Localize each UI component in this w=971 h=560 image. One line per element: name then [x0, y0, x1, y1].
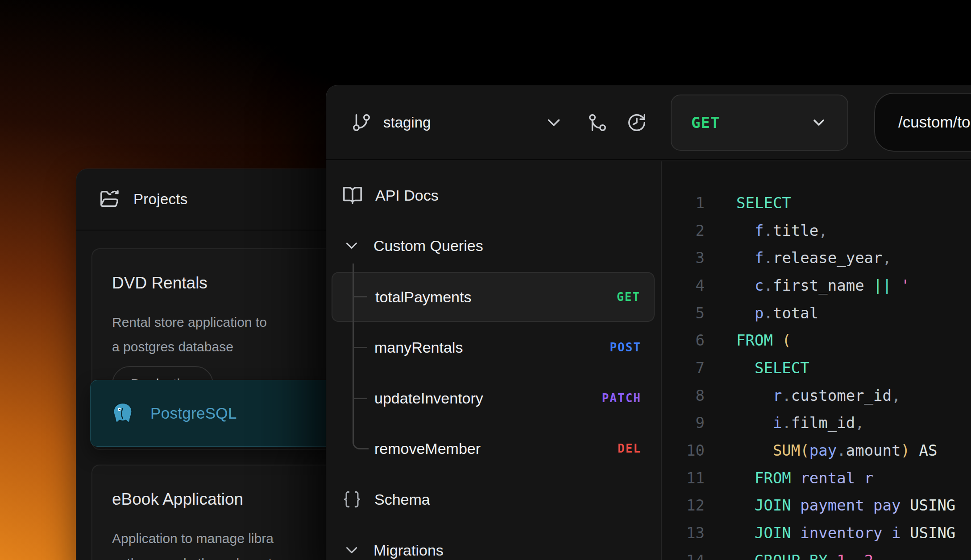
line-number: 6	[662, 331, 705, 349]
code-line[interactable]: 10 SUM(pay.amount) AS	[662, 436, 971, 464]
url-value: /custom/to	[898, 113, 970, 131]
code-line[interactable]: 8 r.customer_id,	[662, 382, 971, 409]
line-number: 9	[662, 414, 705, 432]
url-input[interactable]: /custom/to	[874, 93, 971, 152]
line-number: 10	[662, 441, 705, 459]
method-select[interactable]: GET	[671, 95, 848, 151]
line-number: 1	[662, 194, 705, 212]
method-badge: PATCH	[602, 391, 641, 405]
code-text: r.customer_id,	[705, 387, 901, 404]
chevron-down-icon[interactable]	[544, 112, 564, 133]
code-text: SELECT	[705, 194, 791, 212]
line-number: 2	[662, 222, 705, 239]
sidebar-item-api-docs[interactable]: API Docs	[326, 173, 660, 218]
chevron-down-icon	[342, 541, 361, 560]
line-number: 12	[662, 496, 705, 514]
line-number: 13	[662, 524, 705, 542]
branch-selector[interactable]: staging	[351, 85, 431, 160]
tree-connector-elbow	[353, 429, 369, 449]
postgresql-elephant-icon	[110, 401, 135, 426]
sidebar-item-custom-queries[interactable]: Custom Queries	[326, 223, 660, 268]
code-line[interactable]: 9 i.film_id,	[662, 409, 971, 437]
chevron-down-icon	[810, 114, 828, 132]
query-label: removeMember	[374, 440, 481, 457]
sidebar-item-label: Schema	[374, 491, 430, 508]
line-number: 14	[662, 552, 705, 560]
line-number: 11	[662, 469, 705, 487]
git-merge-icon[interactable]	[587, 112, 608, 133]
code-line[interactable]: 4 c.first_name || '	[662, 272, 971, 299]
query-row-totalPayments[interactable]: totalPaymentsGET	[332, 272, 655, 322]
code-text: p.total	[705, 304, 818, 322]
code-line[interactable]: 6FROM (	[662, 326, 971, 354]
query-row-updateInventory[interactable]: updateInventoryPATCH	[332, 373, 655, 423]
sidebar-item-label: API Docs	[375, 187, 439, 204]
sidebar-item-migrations[interactable]: Migrations	[326, 528, 660, 560]
code-line[interactable]: 7 SELECT	[662, 354, 971, 382]
code-line[interactable]: 2 f.title,	[662, 217, 971, 244]
code-text: c.first_name || '	[705, 276, 910, 294]
code-text: f.title,	[705, 222, 828, 239]
line-number: 7	[662, 359, 705, 377]
code-text: FROM rental r	[705, 469, 873, 487]
query-row-manyRentals[interactable]: manyRentalsPOST	[332, 322, 655, 372]
line-number: 5	[662, 304, 705, 322]
git-branch-icon	[351, 112, 372, 133]
method-badge: GET	[617, 290, 640, 304]
method-value: GET	[691, 114, 720, 132]
code-line[interactable]: 1SELECT	[662, 189, 971, 217]
projects-title: Projects	[133, 191, 188, 208]
code-line[interactable]: 5 p.total	[662, 299, 971, 327]
code-line[interactable]: 14 GROUP BY 1, 2	[662, 547, 971, 560]
braces-icon	[342, 490, 362, 509]
tree-connector-stub	[353, 296, 367, 297]
query-label: updateInventory	[374, 390, 483, 407]
postgresql-label: PostgreSQL	[150, 404, 237, 422]
code-text: i.film_id,	[705, 414, 864, 432]
line-number: 4	[662, 276, 705, 294]
sidebar-item-label: Custom Queries	[373, 237, 483, 255]
query-label: totalPayments	[375, 288, 471, 306]
code-line[interactable]: 12 JOIN payment pay USING	[662, 492, 971, 519]
api-studio-panel: staging GET /custom/to	[326, 85, 971, 560]
method-badge: POST	[610, 341, 641, 354]
code-text: JOIN inventory i USING	[705, 524, 955, 542]
sidebar-item-schema[interactable]: Schema	[326, 477, 660, 522]
sql-editor[interactable]: 1SELECT2 f.title,3 f.release_year,4 c.fi…	[662, 161, 971, 560]
code-text: SELECT	[705, 359, 809, 377]
tree-connector-stub	[353, 347, 367, 348]
line-number: 8	[662, 387, 705, 404]
postgresql-tooltip: PostgreSQL	[90, 380, 358, 447]
tree-connector-line	[353, 264, 354, 429]
chevron-down-icon	[342, 236, 361, 255]
code-line[interactable]: 3 f.release_year,	[662, 244, 971, 272]
history-icon[interactable]	[627, 112, 647, 133]
book-open-icon	[342, 185, 363, 206]
line-number: 3	[662, 249, 705, 267]
code-text: FROM (	[705, 331, 791, 349]
branch-name: staging	[383, 114, 431, 131]
query-row-removeMember[interactable]: removeMemberDEL	[332, 424, 655, 474]
code-line[interactable]: 11 FROM rental r	[662, 464, 971, 492]
method-badge: DEL	[618, 442, 641, 455]
tree-connector-stub	[353, 398, 367, 399]
folder-open-icon	[100, 189, 120, 210]
code-text: f.release_year,	[705, 249, 892, 267]
request-topbar: staging GET /custom/to	[326, 85, 971, 160]
code-text: JOIN payment pay USING	[705, 496, 955, 514]
sidebar-item-label: Migrations	[373, 542, 444, 559]
query-label: manyRentals	[374, 339, 463, 356]
code-line[interactable]: 13 JOIN inventory i USING	[662, 519, 971, 547]
code-text: GROUP BY 1, 2	[705, 552, 873, 560]
code-text: SUM(pay.amount) AS	[705, 441, 937, 459]
code-lines: 1SELECT2 f.title,3 f.release_year,4 c.fi…	[662, 189, 971, 560]
